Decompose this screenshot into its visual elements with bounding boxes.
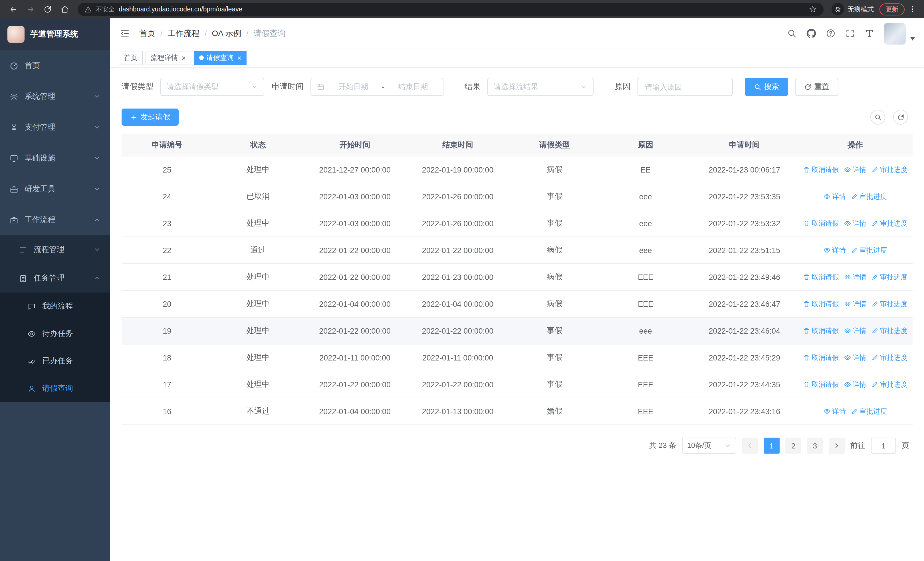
update-button[interactable]: 更新 (879, 3, 904, 15)
cell-leave-type: 病假 (509, 245, 600, 256)
detail-link[interactable]: 详情 (844, 326, 866, 335)
prev-page-button[interactable] (742, 438, 758, 454)
sidebar-item-task-mgmt[interactable]: 任务管理 (0, 264, 110, 292)
cell-operations: 详情 审批进度 (798, 406, 913, 416)
cell-apply-time: 2022-01-22 23:44:35 (691, 380, 798, 389)
detail-link[interactable]: 详情 (844, 380, 866, 390)
back-button[interactable] (6, 2, 21, 17)
breadcrumb-workflow[interactable]: 工作流程 (168, 28, 200, 39)
cell-leave-type: 事假 (509, 326, 600, 336)
sidebar-item-done-task[interactable]: 已办任务 (0, 347, 110, 375)
tab-process-detail[interactable]: 流程详情 × (146, 51, 191, 65)
page-size-select[interactable]: 10条/页 (682, 438, 736, 454)
sidebar-item-leave-query[interactable]: 请假查询 (0, 375, 110, 402)
cancel-leave-link[interactable]: 取消请假 (803, 218, 839, 228)
sidebar-item-devtools[interactable]: 研发工具 (0, 174, 110, 205)
avatar[interactable] (884, 23, 906, 44)
cancel-leave-link[interactable]: 取消请假 (803, 299, 839, 309)
next-page-button[interactable] (829, 438, 844, 454)
progress-link[interactable]: 审批进度 (872, 353, 908, 362)
browser-menu-icon[interactable] (907, 5, 918, 14)
page-2-button[interactable]: 2 (785, 438, 801, 454)
cell-operations: 取消请假 详情 审批进度 (798, 299, 913, 309)
sidebar-menu: 首页 系统管理 支付管理 基础设施 (0, 50, 110, 402)
progress-link[interactable]: 审批进度 (851, 406, 887, 416)
create-leave-button[interactable]: 发起请假 (122, 108, 178, 126)
breadcrumb-oa[interactable]: OA 示例 (212, 28, 242, 39)
breadcrumb-home[interactable]: 首页 (139, 28, 155, 39)
security-warning: 不安全 (96, 5, 115, 14)
cell-operations: 详情 审批进度 (798, 192, 913, 202)
avatar-caret-icon[interactable] (910, 37, 915, 40)
total-count: 共 23 条 (649, 441, 676, 451)
detail-link[interactable]: 详情 (844, 165, 866, 174)
cell-leave-type: 事假 (509, 352, 600, 363)
progress-link[interactable]: 审批进度 (872, 326, 908, 335)
detail-link[interactable]: 详情 (824, 192, 846, 202)
progress-link[interactable]: 审批进度 (851, 245, 887, 255)
reason-input[interactable] (638, 78, 733, 96)
progress-link[interactable]: 审批进度 (851, 192, 887, 202)
cell-status: 处理中 (213, 326, 304, 336)
col-apply-id: 申请编号 (122, 140, 213, 150)
search-icon[interactable] (787, 29, 797, 38)
detail-link[interactable]: 详情 (844, 218, 866, 228)
search-button[interactable]: 搜索 (745, 78, 788, 96)
cancel-leave-link[interactable]: 取消请假 (803, 165, 839, 174)
detail-link[interactable]: 详情 (824, 245, 846, 255)
detail-link[interactable]: 详情 (844, 353, 866, 362)
col-start-time: 开始时间 (304, 140, 406, 150)
cell-leave-type: 事假 (509, 191, 600, 202)
sidebar-item-my-process[interactable]: 我的流程 (0, 292, 110, 320)
apply-time-range-picker[interactable]: 开始日期 - 结束日期 (310, 78, 444, 96)
address-bar[interactable]: 不安全 dashboard.yudao.iocoder.cn/bpm/oa/le… (78, 3, 824, 16)
reload-button[interactable] (40, 2, 55, 17)
progress-link[interactable]: 审批进度 (872, 299, 908, 309)
cancel-leave-link[interactable]: 取消请假 (803, 353, 839, 362)
forward-button[interactable] (23, 2, 38, 17)
goto-page-input[interactable] (871, 438, 896, 454)
cancel-leave-link[interactable]: 取消请假 (803, 380, 839, 390)
progress-link[interactable]: 审批进度 (872, 380, 908, 390)
close-icon[interactable]: × (182, 54, 186, 62)
cancel-leave-link[interactable]: 取消请假 (803, 272, 839, 282)
font-size-icon[interactable] (865, 29, 874, 38)
refresh-button[interactable] (893, 110, 908, 125)
sidebar-item-process-mgmt[interactable]: 流程管理 (0, 235, 110, 264)
progress-link[interactable]: 审批进度 (872, 272, 908, 282)
apply-time-label: 申请时间 (272, 82, 304, 92)
sidebar-item-payment[interactable]: 支付管理 (0, 112, 110, 143)
sidebar-item-infra[interactable]: 基础设施 (0, 143, 110, 174)
chevron-down-icon (251, 83, 258, 90)
sidebar-item-home[interactable]: 首页 (0, 50, 110, 81)
reset-button[interactable]: 重置 (795, 78, 838, 96)
tab-leave-query[interactable]: 请假查询 × (194, 51, 246, 65)
cancel-leave-link[interactable]: 取消请假 (803, 326, 839, 335)
page-1-button[interactable]: 1 (764, 438, 780, 454)
sidebar-item-todo-task[interactable]: 待办任务 (0, 320, 110, 347)
bookmark-star-icon[interactable] (809, 5, 817, 13)
cell-start-time: 2021-12-27 00:00:00 (304, 165, 406, 174)
home-button[interactable] (57, 2, 72, 17)
close-icon[interactable]: × (237, 54, 242, 62)
detail-link[interactable]: 详情 (824, 406, 846, 416)
search-toggle-button[interactable] (870, 110, 885, 125)
sidebar-item-system[interactable]: 系统管理 (0, 81, 110, 112)
fullscreen-icon[interactable] (845, 29, 855, 38)
cell-leave-type: 病假 (509, 299, 600, 309)
detail-link[interactable]: 详情 (844, 272, 866, 282)
sidebar-toggle-icon[interactable] (119, 28, 130, 39)
progress-link[interactable]: 审批进度 (872, 218, 908, 228)
page-3-button[interactable]: 3 (807, 438, 823, 454)
screen: 不安全 dashboard.yudao.iocoder.cn/bpm/oa/le… (0, 0, 924, 561)
sidebar-item-workflow[interactable]: 工作流程 (0, 205, 110, 235)
progress-link[interactable]: 审批进度 (872, 165, 908, 174)
help-icon[interactable] (826, 29, 836, 38)
github-icon[interactable] (806, 29, 816, 38)
tab-home[interactable]: 首页 (119, 51, 142, 65)
page-unit: 页 (902, 441, 909, 451)
result-select[interactable]: 请选择流结果 (488, 78, 594, 96)
chevron-down-icon (94, 155, 100, 162)
leave-type-select[interactable]: 请选择请假类型 (160, 78, 264, 96)
detail-link[interactable]: 详情 (844, 299, 866, 309)
